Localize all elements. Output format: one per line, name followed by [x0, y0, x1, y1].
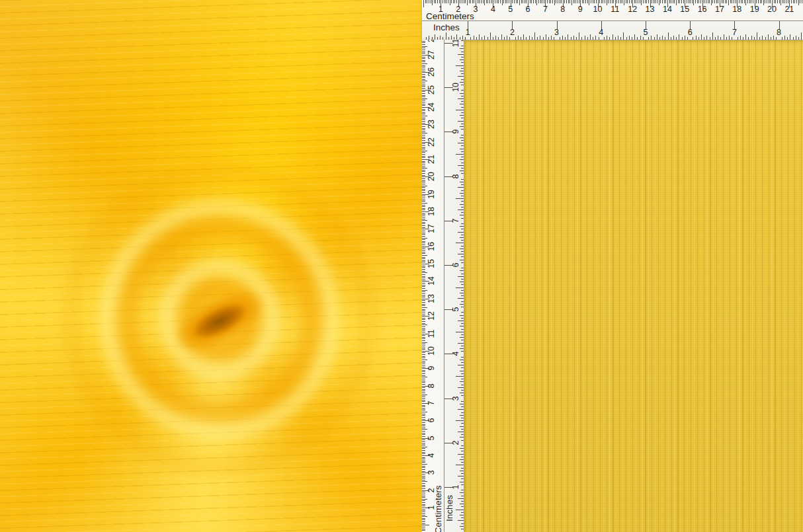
- inch-number: 5: [644, 28, 648, 37]
- mm-tick: [422, 225, 425, 226]
- inch-sub-tick: [523, 34, 524, 40]
- cm-number: 19: [750, 5, 759, 14]
- cm-number: 9: [578, 5, 583, 14]
- mm-tick: [570, 0, 570, 3]
- mm-tick: [462, 0, 462, 3]
- mm-tick: [422, 50, 425, 50]
- inch-sub-tick: [460, 215, 464, 215]
- inch-sub-tick: [461, 57, 464, 57]
- mm-tick: [422, 180, 425, 181]
- mm-tick: [736, 0, 736, 3]
- mm-tick: [723, 0, 724, 3]
- mm-tick: [467, 0, 468, 5]
- inch-sub-tick: [458, 520, 464, 521]
- inch-sub-tick: [782, 37, 782, 40]
- mm-tick: [610, 0, 611, 3]
- mm-tick: [422, 234, 425, 235]
- mm-tick: [422, 128, 425, 129]
- mm-tick: [427, 0, 427, 3]
- mm-tick: [422, 485, 425, 486]
- mm-tick: [422, 448, 425, 449]
- mm-tick: [654, 0, 654, 3]
- cm-number: 14: [663, 5, 672, 14]
- mm-tick: [542, 0, 542, 3]
- cm-number: 16: [698, 5, 707, 14]
- inch-sub-tick: [460, 115, 464, 116]
- mm-tick: [660, 0, 661, 3]
- mm-tick: [657, 0, 657, 3]
- inch-sub-tick: [637, 37, 638, 40]
- inch-sub-tick: [458, 432, 464, 432]
- mm-tick: [422, 452, 425, 453]
- mm-tick: [464, 0, 464, 3]
- inch-sub-tick: [461, 251, 464, 252]
- inch-sub-tick: [461, 140, 464, 141]
- mm-tick: [481, 0, 482, 3]
- mm-tick: [443, 0, 443, 3]
- inch-sub-tick: [704, 37, 704, 40]
- inch-sub-tick: [460, 82, 464, 83]
- cm-number: 11: [611, 5, 619, 14]
- inch-sub-tick: [745, 34, 746, 40]
- inch-sub-tick: [587, 37, 588, 40]
- mm-tick: [422, 480, 425, 480]
- inch-number: 8: [777, 28, 781, 37]
- mm-tick: [519, 0, 520, 5]
- cm-number: 6: [526, 5, 530, 14]
- mm-tick: [422, 321, 425, 322]
- inch-sub-tick: [460, 137, 464, 138]
- inch-sub-tick: [461, 229, 464, 229]
- mm-tick: [422, 42, 425, 43]
- mm-tick: [474, 0, 474, 3]
- cm-number: 15: [680, 5, 689, 14]
- cm-number: 17: [715, 5, 724, 14]
- mm-tick: [679, 0, 680, 3]
- mm-tick: [561, 0, 562, 3]
- mm-tick: [448, 0, 448, 3]
- horizontal-centimeters-label: Centimeters: [426, 12, 474, 21]
- mm-tick: [422, 328, 425, 329]
- mm-tick: [683, 0, 684, 3]
- mm-tick: [749, 0, 750, 3]
- mm-tick: [568, 0, 569, 3]
- inch-sub-tick: [461, 290, 464, 291]
- mm-tick: [422, 105, 425, 106]
- mm-tick: [422, 203, 427, 204]
- inch-sub-tick: [787, 37, 788, 40]
- inch-sub-tick: [435, 34, 435, 40]
- inch-sub-tick: [793, 37, 794, 40]
- inch-sub-tick: [461, 124, 464, 124]
- inch-sub-tick: [476, 37, 477, 40]
- inch-sub-tick: [456, 198, 464, 199]
- mm-tick: [453, 0, 454, 3]
- inch-sub-tick: [456, 376, 464, 377]
- mm-tick: [596, 0, 597, 3]
- inch-sub-tick: [461, 445, 464, 446]
- mm-tick: [422, 93, 425, 94]
- inch-sub-tick: [801, 32, 802, 40]
- mm-tick: [758, 0, 759, 3]
- inch-sub-tick: [458, 121, 464, 122]
- mm-tick: [422, 337, 425, 338]
- inch-sub-tick: [729, 36, 730, 40]
- mm-tick: [422, 140, 425, 141]
- inch-number: 6: [688, 28, 693, 37]
- inch-number: 10: [452, 83, 460, 92]
- mm-tick: [422, 389, 425, 390]
- inch-sub-tick: [460, 526, 464, 527]
- inch-sub-tick: [461, 173, 464, 174]
- inch-sub-tick: [604, 37, 605, 40]
- mm-tick: [422, 429, 427, 430]
- mm-tick: [774, 0, 775, 3]
- mm-tick: [422, 245, 425, 245]
- inch-sub-tick: [460, 260, 464, 260]
- inch-sub-tick: [634, 34, 635, 40]
- inch-number: 8: [452, 174, 460, 178]
- mm-tick: [422, 335, 425, 336]
- mm-tick: [422, 318, 425, 319]
- inch-sub-tick: [534, 32, 535, 40]
- inch-sub-tick: [460, 315, 464, 316]
- mm-tick: [422, 483, 425, 484]
- mm-tick: [422, 513, 425, 513]
- mm-tick: [422, 123, 425, 124]
